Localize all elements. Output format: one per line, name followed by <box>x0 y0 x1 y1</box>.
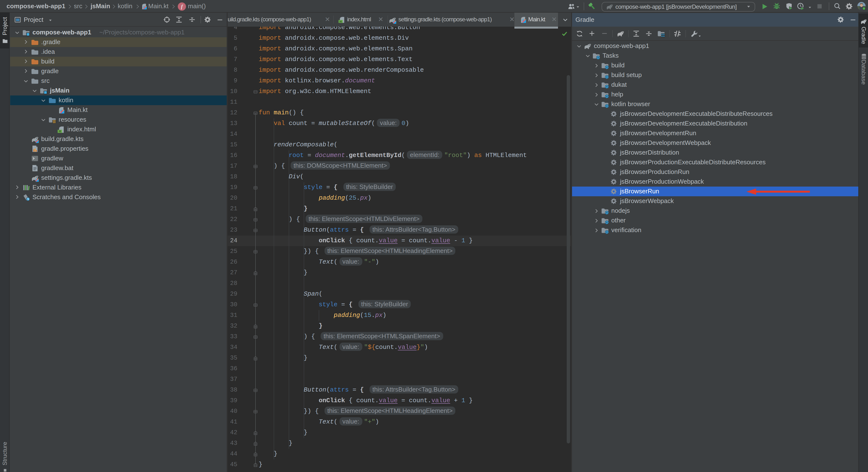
svg-text:H: H <box>340 20 341 23</box>
svg-text:H: H <box>59 129 61 133</box>
